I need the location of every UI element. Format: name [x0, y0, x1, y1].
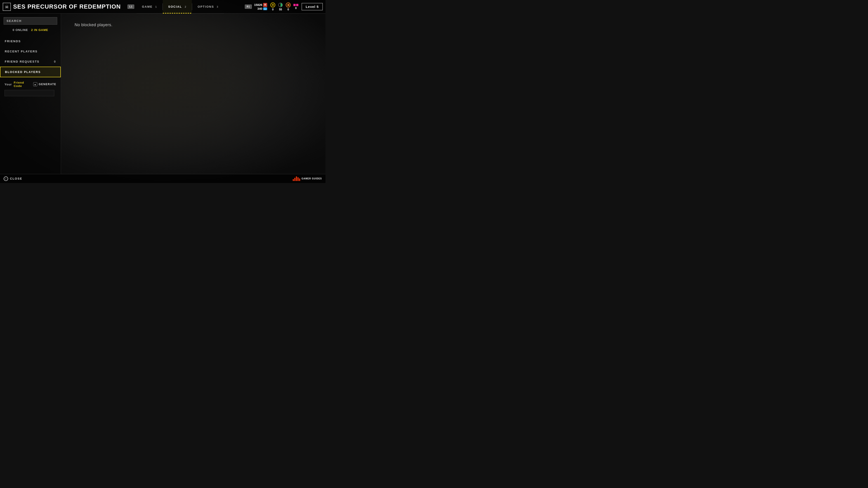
search-input[interactable]: SEARCH: [4, 17, 57, 25]
generate-button[interactable]: ▲ GENERATE: [33, 82, 56, 86]
resource-medkit: ⊕ 0: [270, 2, 275, 11]
currency1-value: 15826: [254, 3, 262, 7]
currency2-icon: SC: [263, 7, 267, 10]
resource-orange: ▣ 0: [286, 2, 291, 11]
sidebar: SEARCH 0 ONLINE 2 IN GAME FRIENDS RECENT…: [0, 13, 61, 174]
friend-code-prefix-text: Your: [4, 83, 12, 86]
tab-options[interactable]: OPTIONS 3: [192, 0, 224, 13]
gg-bars-icon: [293, 176, 300, 181]
gamer-guides-text: GAMER GUIDES: [302, 177, 322, 180]
bottom-bar: ○ CLOSE GAMER GUIDES: [0, 174, 326, 183]
gamer-guides-logo: GAMER GUIDES: [293, 176, 322, 181]
friend-requests-badge: 0: [54, 60, 56, 63]
top-bar: ☠ SES Precursor of Redemption L1 GAME 1 …: [0, 0, 326, 13]
main-content: SEARCH 0 ONLINE 2 IN GAME FRIENDS RECENT…: [0, 13, 326, 174]
sidebar-item-blocked-players[interactable]: BLOCKED PLAYERS: [0, 67, 61, 77]
tab-game[interactable]: GAME 1: [136, 0, 162, 13]
nav-tabs: GAME 1 SOCIAL 2 OPTIONS 3: [136, 0, 243, 13]
shoulder-right-button[interactable]: R1: [245, 4, 252, 9]
sidebar-item-recent-players[interactable]: RECENT PLAYERS: [0, 46, 61, 57]
triangle-icon: ▲: [33, 82, 37, 86]
skull-icon: ☠: [3, 3, 11, 11]
level-badge: Level 5: [302, 3, 323, 10]
center-panel: No blocked players.: [61, 13, 326, 174]
currency2-value: 340: [257, 7, 262, 11]
currency1-icon: R: [263, 3, 267, 7]
gg-bar-2: [294, 178, 296, 181]
gg-bar-1: [293, 179, 294, 181]
currency-display: 15826 R 340 SC: [254, 3, 267, 11]
online-status: 0 ONLINE 2 IN GAME: [0, 28, 61, 32]
sidebar-item-friend-requests[interactable]: FRIEND REQUESTS 0: [0, 57, 61, 67]
resource-pink: 0: [293, 4, 298, 10]
no-blocked-players-text: No blocked players.: [74, 23, 312, 27]
gg-bar-3: [296, 176, 297, 181]
tab-social[interactable]: SOCIAL 2: [163, 0, 192, 13]
circle-icon: ○: [4, 176, 8, 181]
ingame-count: 2 IN GAME: [31, 28, 48, 32]
shoulder-left-button[interactable]: L1: [127, 4, 134, 9]
friend-code-section: Your Friend Code ▲ GENERATE: [0, 77, 61, 98]
gg-bar-5: [299, 178, 300, 181]
sidebar-item-friends[interactable]: FRIENDS: [0, 36, 61, 46]
resource-half-circle: 55: [278, 2, 283, 11]
svg-text:SC: SC: [264, 8, 266, 10]
online-count: 0 ONLINE: [13, 28, 28, 32]
friend-code-label-highlight: Friend Code: [14, 81, 29, 88]
close-button[interactable]: ○ CLOSE: [4, 176, 22, 181]
friend-code-label: Your Friend Code ▲ GENERATE: [4, 81, 56, 88]
resource-icons: ⊕ 0 55 ▣: [270, 2, 298, 11]
friend-code-input[interactable]: [4, 90, 54, 96]
ship-title: SES Precursor of Redemption: [13, 3, 121, 10]
gg-bar-4: [298, 177, 299, 181]
right-hud: 15826 R 340 SC: [254, 2, 323, 11]
